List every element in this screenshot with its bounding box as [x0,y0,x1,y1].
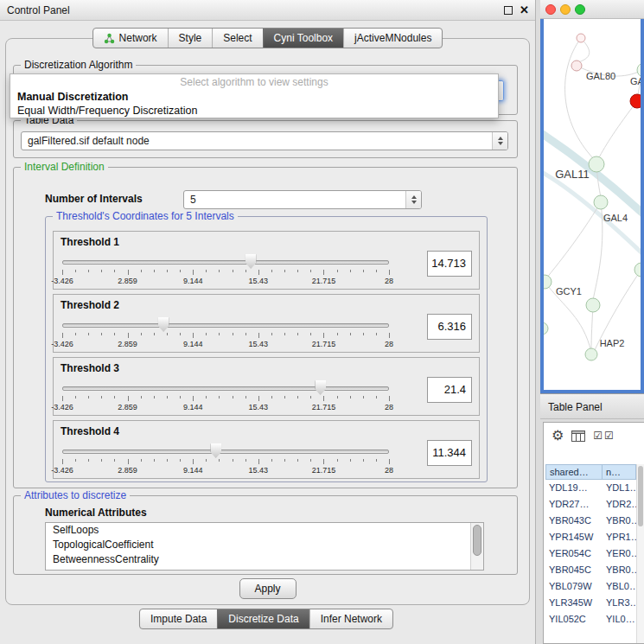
tick-mark [88,396,89,399]
network-node[interactable] [571,61,582,71]
table-row[interactable]: YBR043CYBR0… [545,513,636,529]
table-row[interactable]: YDR27…YDR2… [545,496,636,513]
node-label: HAP2 [600,338,625,348]
tick-mark [128,333,129,338]
network-node-selected[interactable] [630,94,641,108]
tick-mark [350,270,351,272]
table-row[interactable]: YIL052CYIL0… [545,611,636,628]
attribute-item[interactable]: TopologicalCoefficient [46,538,483,552]
scrollbar-thumb[interactable] [638,466,643,526]
apply-button[interactable]: Apply [239,578,296,599]
column-header[interactable]: shared… [545,464,603,480]
tab-label: Discretize Data [228,613,298,625]
attribute-list: SelfLoopsTopologicalCoefficientBetweenne… [45,522,484,571]
threshold-2-slider[interactable]: -3.4262.8599.14415.4321.71528 [62,316,389,350]
slider-thumb[interactable] [315,380,326,395]
tick-label: 2.859 [118,340,137,348]
network-node[interactable] [634,263,641,277]
column-header[interactable]: n… [603,464,636,480]
dropdown-option-equal-width-frequency[interactable]: Equal Width/Frequency Discretization [10,104,498,118]
table-cell: YDL1… [603,480,636,496]
threshold-3-slider[interactable]: -3.4262.8599.14415.4321.71528 [62,379,389,413]
tab-impute-data[interactable]: Impute Data [140,609,217,628]
attributes-group: Attributes to discretize Numerical Attri… [13,495,518,575]
slider-track[interactable] [62,386,389,391]
slider-track[interactable] [62,323,389,328]
scrollbar-thumb[interactable] [473,525,481,556]
slider-thumb[interactable] [158,317,169,332]
table-data-combobox[interactable]: galFiltered.sif default node [21,131,508,150]
control-panel: Control Panel ✕ Network Style Select Cyn… [0,0,536,644]
network-node[interactable] [585,348,597,360]
table-row[interactable]: YLR345WYLR3… [545,595,636,611]
table-row[interactable]: YDL19…YDL1… [545,480,636,496]
network-node[interactable] [586,298,600,312]
threshold-value-field[interactable]: 11.344 [427,440,472,466]
slider-track[interactable] [62,260,389,265]
network-node[interactable] [544,275,552,289]
close-traffic-icon[interactable] [545,4,556,15]
network-node[interactable] [544,322,548,335]
network-window-titlebar [540,0,644,19]
threshold-value-field[interactable]: 6.316 [427,314,472,340]
columns-icon[interactable] [571,430,585,442]
tab-discretize-data[interactable]: Discretize Data [217,609,309,628]
tick-label: -3.426 [51,403,73,411]
table-row[interactable]: YBR045CYBR0… [545,562,636,578]
threshold-value-field[interactable]: 14.713 [427,251,472,277]
table-cell: YBL079W [545,578,603,595]
tab-style[interactable]: Style [168,29,213,48]
threshold-1-slider[interactable]: -3.4262.8599.14415.4321.71528 [62,252,389,287]
tab-network[interactable]: Network [93,29,168,48]
attributes-scrollbar[interactable] [470,523,483,570]
tick-mark [233,396,233,399]
gear-icon[interactable]: ⚙ [552,429,564,443]
slider-thumb[interactable] [245,254,257,269]
tick-mark [245,270,246,272]
tab-jactivemnodules[interactable]: jActiveMNodules [343,29,442,48]
tick-label: 2.859 [118,403,137,411]
close-icon[interactable]: ✕ [520,3,529,17]
threshold-value-field[interactable]: 21.4 [427,377,472,403]
attribute-item[interactable]: SelfLoops [46,523,483,538]
tab-label: jActiveMNodules [354,32,431,44]
attribute-item[interactable]: BetweennessCentrality [46,552,483,567]
slider-thumb[interactable] [210,443,221,458]
zoom-traffic-icon[interactable] [575,4,585,15]
threshold-4-slider[interactable]: -3.4262.8599.14415.4321.71528 [62,442,389,476]
threshold-label: Threshold 4 [61,425,119,437]
checkbox-filter-icon[interactable]: ☑☑ [593,430,615,441]
network-node[interactable] [577,34,585,42]
table-row[interactable]: YER054CYER0… [545,545,636,562]
network-node[interactable] [637,63,641,77]
network-canvas[interactable]: GAL80 GA GAL11 GAL4 GCY1 HAP2 [544,19,641,390]
float-window-icon[interactable] [504,6,513,15]
number-of-intervals-combobox[interactable]: 5 [183,190,422,209]
tab-cyni-toolbox[interactable]: Cyni Toolbox [263,29,343,48]
tick-label: 21.715 [312,403,336,411]
tick-mark [62,459,63,464]
slider-track[interactable] [62,450,389,454]
tab-select[interactable]: Select [212,29,262,48]
tab-label: Style [179,32,202,44]
dropdown-option-manual-discretization[interactable]: Manual Discretization [10,90,498,104]
tick-mark [128,396,129,401]
network-node[interactable] [589,156,604,172]
node-table: shared… n… YDL19…YDL1…YDR27…YDR2…YBR043C… [545,464,636,643]
table-row[interactable]: YPR145WYPR1… [545,529,636,545]
table-cell: YLR3… [603,595,636,611]
tick-mark [88,333,89,335]
tick-mark [219,459,220,462]
threshold-label: Threshold 2 [61,299,119,311]
tick-mark [141,270,142,272]
numerical-attributes-label: Numerical Attributes [45,507,147,519]
tab-infer-network[interactable]: Infer Network [309,609,392,628]
network-node[interactable] [594,195,608,209]
tab-label: Infer Network [321,613,382,625]
minimize-traffic-icon[interactable] [560,4,571,15]
tick-mark [310,396,311,399]
table-scrollbar[interactable] [636,464,644,643]
tick-mark [114,396,115,399]
table-row[interactable]: YBL079WYBL0… [545,578,636,595]
network-view-window: GAL80 GA GAL11 GAL4 GCY1 HAP2 [540,0,644,393]
